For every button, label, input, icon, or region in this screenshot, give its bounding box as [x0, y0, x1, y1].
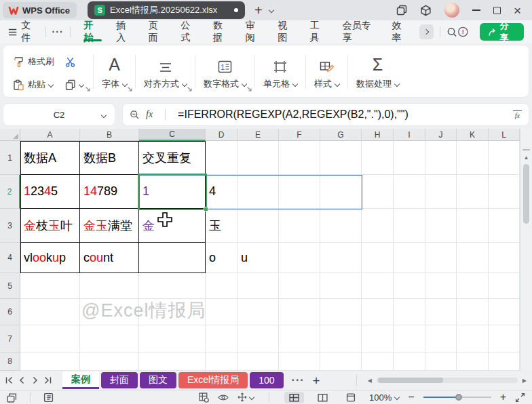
previous-sheet-icon[interactable]: [17, 376, 27, 385]
fx-icon[interactable]: fx: [146, 109, 153, 120]
cell-B1[interactable]: 数据B: [80, 141, 139, 175]
column-header-E[interactable]: E: [238, 129, 279, 141]
horizontal-scrollbar[interactable]: [377, 378, 518, 383]
sheet-tab-案例[interactable]: 案例: [62, 371, 99, 389]
column-header-H[interactable]: H: [362, 129, 394, 141]
cell-E3[interactable]: [238, 209, 279, 243]
expand-formula-bar-icon[interactable]: fx: [513, 110, 522, 119]
group-expand-icon[interactable]: [127, 86, 133, 92]
document-tab[interactable]: S Excel情报局.20250622.xlsx: [88, 1, 245, 19]
cell-J5[interactable]: [425, 273, 457, 299]
menu-tab-数据[interactable]: 数据: [208, 20, 236, 43]
maximize-button[interactable]: [493, 7, 501, 14]
cell-I1[interactable]: [394, 141, 425, 175]
cell-H8[interactable]: [362, 352, 394, 371]
row-header-2[interactable]: 2: [0, 175, 20, 209]
cell-F2[interactable]: [279, 175, 320, 209]
group-expand-icon[interactable]: [187, 86, 193, 92]
cell-A3[interactable]: 金枝玉叶: [20, 209, 80, 243]
switch-window-icon[interactable]: [396, 5, 407, 16]
cell-G3[interactable]: [320, 209, 362, 243]
styles-group-button[interactable]: 样式: [307, 51, 346, 93]
vertical-scrollbar[interactable]: ▲: [520, 129, 532, 371]
file-menu-button[interactable]: 文件: [8, 20, 39, 44]
cell-C7[interactable]: [139, 325, 206, 352]
cell-H3[interactable]: [362, 209, 394, 243]
cell-K4[interactable]: [457, 243, 489, 273]
user-avatar[interactable]: [444, 3, 459, 18]
zoom-level-button[interactable]: 100%: [369, 392, 399, 403]
cell-E6[interactable]: [238, 299, 279, 325]
cell-L8[interactable]: [489, 352, 520, 371]
cell-A2[interactable]: 12345: [20, 175, 80, 209]
sheet-tab-图文[interactable]: 图文: [140, 372, 176, 388]
cell-A6[interactable]: [20, 299, 80, 325]
group-expand-icon[interactable]: [246, 86, 252, 92]
alignment-group-button[interactable]: 对齐方式: [137, 51, 193, 93]
row-header-7[interactable]: 7: [0, 325, 20, 352]
eye-icon[interactable]: [218, 393, 229, 402]
row-header-1[interactable]: 1: [0, 141, 20, 175]
wps-home-button[interactable]: WPS Office: [3, 2, 77, 18]
share-button[interactable]: 分享: [480, 23, 524, 41]
cell-A7[interactable]: [20, 325, 80, 352]
cell-J3[interactable]: [425, 209, 457, 243]
cell-E1[interactable]: [238, 141, 279, 175]
font-group-button[interactable]: A 字体: [95, 51, 134, 93]
cell-E7[interactable]: [238, 325, 279, 352]
grid-settings-icon[interactable]: [199, 392, 209, 403]
split-handle[interactable]: [522, 149, 530, 150]
paste-button[interactable]: 粘贴: [13, 79, 54, 91]
sheet-tab-100[interactable]: 100: [250, 372, 283, 388]
last-sheet-icon[interactable]: [43, 376, 53, 385]
cell-A5[interactable]: [20, 273, 80, 299]
column-header-D[interactable]: D: [206, 129, 238, 141]
cell-G6[interactable]: [320, 299, 362, 325]
cell-F1[interactable]: [279, 141, 320, 175]
column-header-G[interactable]: G: [320, 129, 362, 141]
format-painter-button[interactable]: 格式刷: [13, 56, 54, 68]
cell-K5[interactable]: [457, 273, 489, 299]
column-header-F[interactable]: F: [279, 129, 320, 141]
menu-tab-审阅[interactable]: 审阅: [240, 20, 269, 43]
sheet-tab-封面[interactable]: 封面: [101, 372, 138, 388]
cell-B4[interactable]: count: [80, 243, 139, 273]
menu-tab-会员专享[interactable]: 会员专享: [337, 20, 382, 43]
zoom-slider[interactable]: [423, 394, 491, 401]
next-sheet-icon[interactable]: [30, 376, 40, 385]
cell-D2[interactable]: 4: [206, 175, 238, 209]
cell-D1[interactable]: [206, 141, 238, 175]
move-tool-button[interactable]: [238, 392, 254, 402]
cell-L3[interactable]: [489, 209, 520, 243]
zoom-slider-knob[interactable]: [455, 394, 462, 401]
cell-G4[interactable]: [320, 243, 362, 273]
cell-C8[interactable]: [139, 352, 206, 371]
zoom-in-button[interactable]: +: [500, 392, 506, 403]
cell-K1[interactable]: [457, 141, 489, 175]
split-view-button[interactable]: [313, 392, 332, 403]
cell-B5[interactable]: [80, 273, 139, 299]
cell-J6[interactable]: [425, 299, 457, 325]
row-header-8[interactable]: 8: [0, 352, 20, 371]
cell-L5[interactable]: [489, 273, 520, 299]
cell-D3[interactable]: 玉: [206, 209, 238, 243]
cell-C4[interactable]: [139, 243, 206, 273]
formula-text[interactable]: =IFERROR(REGEXP(A2,REGEXP(B2,"."),0),""): [178, 108, 408, 121]
cell-G7[interactable]: [320, 325, 362, 352]
cell-H2[interactable]: [362, 175, 394, 209]
outline-view-icon[interactable]: [43, 392, 54, 403]
minimize-button[interactable]: [472, 9, 480, 11]
cell-F6[interactable]: [279, 299, 320, 325]
row-header-3[interactable]: 3: [0, 209, 20, 243]
sync-alert-icon[interactable]: !: [457, 26, 469, 38]
column-header-J[interactable]: J: [425, 129, 457, 141]
cell-J2[interactable]: [425, 175, 457, 209]
zoom-out-button[interactable]: −: [408, 392, 414, 403]
cell-D8[interactable]: [206, 352, 238, 371]
cell-F7[interactable]: [279, 325, 320, 352]
cell-L1[interactable]: [489, 141, 520, 175]
scroll-left-icon[interactable]: ◀: [368, 378, 372, 384]
select-all-corner[interactable]: [0, 129, 20, 141]
row-header-4[interactable]: 4: [0, 243, 20, 273]
cell-I4[interactable]: [394, 243, 425, 273]
